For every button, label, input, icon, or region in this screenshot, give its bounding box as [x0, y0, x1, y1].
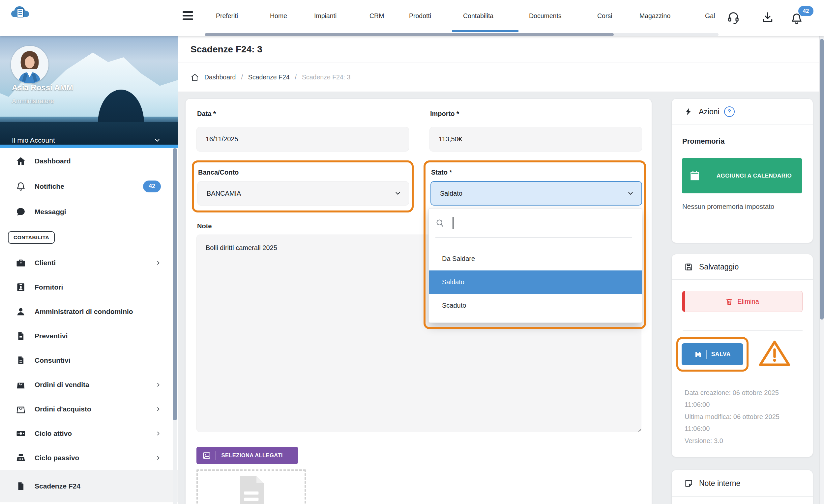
top-bar: Preferiti Home Impianti CRM Prodotti Con…	[0, 0, 824, 36]
salva-button[interactable]: SALVA	[682, 343, 743, 365]
nav-horizontal-scrollbar-thumb[interactable]	[205, 33, 614, 36]
sidebar-item-preventivi[interactable]: Preventivi	[0, 324, 178, 348]
sidebar-item-ordini-vendita[interactable]: Ordini di vendita	[0, 373, 178, 397]
nav-impianti[interactable]: Impianti	[314, 11, 336, 21]
attachment-dropzone[interactable]	[196, 470, 306, 504]
chevron-right-icon	[156, 382, 161, 387]
document-icon	[16, 331, 26, 341]
sidebar-item-ciclo-passivo[interactable]: Ciclo passivo	[0, 446, 178, 470]
floppy-icon	[694, 351, 702, 358]
importo-label: Importo *	[430, 110, 459, 118]
cash-register-icon	[16, 453, 26, 463]
sidebar-item-messaggi[interactable]: Messaggi	[0, 199, 178, 224]
data-input[interactable]: 16/11/2025	[196, 127, 409, 151]
salvataggio-card: Salvataggio Elimina SALVA Data creazione…	[672, 254, 813, 457]
text-caret	[452, 217, 453, 229]
chevron-right-icon	[156, 406, 161, 412]
nav-documents[interactable]: Documents	[529, 11, 561, 21]
stato-select[interactable]: Saldato	[430, 181, 642, 206]
modified-date: Ultima modifica: 06 ottobre 2025 11:06:0…	[685, 411, 800, 435]
sidebar-item-notifiche[interactable]: Notifiche 42	[0, 173, 178, 199]
id-card-icon	[16, 282, 26, 292]
file-icon	[16, 481, 26, 491]
bell-icon	[16, 181, 26, 192]
nav-contabilita[interactable]: Contabilita	[463, 11, 493, 21]
promemoria-title: Promemoria	[682, 137, 724, 146]
aggiungi-a-calendario-button[interactable]: AGGIUNGI A CALENDARIO	[682, 158, 802, 194]
calendar-icon	[689, 170, 700, 181]
briefcase-icon	[16, 258, 26, 268]
created-date: Data creazione: 06 ottobre 2025 11:06:00	[685, 387, 800, 411]
azioni-title: Azioni	[699, 107, 720, 116]
document-placeholder-icon	[236, 475, 267, 504]
home-icon	[16, 156, 26, 166]
section-contabilita: CONTABILITA	[0, 224, 178, 251]
hamburger-menu-icon[interactable]	[183, 11, 193, 20]
sidebar-item-ciclo-attivo[interactable]: Ciclo attivo	[0, 421, 178, 446]
note-interne-title: Note interne	[699, 479, 740, 488]
sidebar-item-clienti[interactable]: Clienti	[0, 251, 178, 275]
active-tab-underline	[452, 30, 518, 32]
sidebar-item-dashboard[interactable]: Dashboard	[0, 148, 178, 173]
version: Versione: 3.0	[685, 435, 800, 447]
data-label: Data *	[197, 110, 216, 118]
chevron-down-icon	[627, 190, 634, 197]
f24-form-card: Data * 16/11/2025 Importo * 113,50€ Banc…	[186, 99, 652, 504]
sidebar-menu: Dashboard Notifiche 42 Messaggi CONTABIL…	[0, 148, 178, 502]
chevron-right-icon	[156, 455, 161, 461]
salvataggio-title: Salvataggio	[699, 263, 739, 271]
sidebar-item-amministratori[interactable]: Amministratori di condominio	[0, 299, 178, 324]
breadcrumb-dashboard[interactable]: Dashboard	[204, 74, 236, 81]
nav-horizontal-scrollbar[interactable]	[205, 33, 719, 36]
stato-option-scaduto[interactable]: Scaduto	[429, 294, 642, 317]
home-icon[interactable]	[191, 73, 199, 82]
banca-label: Banca/Conto	[198, 169, 239, 176]
shopping-bag-filled-icon	[16, 380, 26, 390]
note-label: Note	[197, 222, 212, 230]
stato-dropdown: Da Saldare Saldato Scaduto	[428, 208, 642, 323]
active-section-bar	[0, 145, 178, 148]
stato-option-saldato[interactable]: Saldato	[429, 270, 642, 294]
note-icon	[684, 479, 693, 488]
sidebar-scrollbar-thumb[interactable]	[173, 148, 177, 420]
nav-gal[interactable]: Gal	[705, 11, 715, 21]
chat-icon	[16, 207, 26, 217]
nav-preferiti[interactable]: Preferiti	[216, 11, 238, 21]
dropdown-search-input[interactable]	[435, 209, 632, 238]
elimina-button[interactable]: Elimina	[682, 291, 803, 312]
stato-label: Stato *	[431, 169, 452, 176]
shopping-bag-outline-icon	[16, 404, 26, 414]
chevron-down-icon	[153, 137, 161, 144]
banknote-icon	[16, 428, 26, 438]
nav-prodotti[interactable]: Prodotti	[409, 11, 431, 21]
sidebar: Asia Rossi AMM Amministratore Il mio Acc…	[0, 36, 178, 504]
download-icon[interactable]	[761, 11, 774, 24]
nav-crm[interactable]: CRM	[370, 11, 384, 21]
azioni-card: Azioni ? Promemoria AGGIUNGI A CALENDARI…	[672, 99, 813, 243]
image-icon	[202, 451, 211, 460]
headset-icon[interactable]	[727, 11, 740, 24]
nav-magazzino[interactable]: Magazzino	[639, 11, 671, 21]
lightning-icon	[684, 107, 693, 116]
section-label: CONTABILITA	[8, 231, 55, 244]
importo-input[interactable]: 113,50€	[429, 127, 642, 151]
sidebar-item-consuntivi[interactable]: Consuntivi	[0, 348, 178, 373]
nav-home[interactable]: Home	[270, 11, 287, 21]
window-scrollbar-thumb[interactable]	[820, 39, 824, 320]
profile-section: Asia Rossi AMM Amministratore Il mio Acc…	[0, 36, 178, 148]
nav-corsi[interactable]: Corsi	[597, 11, 612, 21]
sidebar-item-fornitori[interactable]: Fornitori	[0, 275, 178, 299]
notifiche-badge: 42	[143, 180, 161, 193]
sidebar-item-scadenze-f24[interactable]: Scadenze F24	[0, 470, 178, 502]
breadcrumb-scadenze-f24[interactable]: Scadenze F24	[248, 74, 290, 81]
note-interne-card: Note interne	[672, 470, 813, 504]
sidebar-item-ordini-acquisto[interactable]: Ordini d'acquisto	[0, 397, 178, 421]
stato-option-da-saldare[interactable]: Da Saldare	[429, 247, 642, 270]
seleziona-allegati-button[interactable]: SELEZIONA ALLEGATI	[196, 447, 298, 464]
person-icon	[16, 307, 26, 317]
help-icon[interactable]: ?	[724, 106, 735, 117]
record-metadata: Data creazione: 06 ottobre 2025 11:06:00…	[685, 387, 800, 447]
chevron-right-icon	[156, 260, 161, 265]
banca-select[interactable]: BANCAMIA	[197, 181, 409, 206]
app-logo[interactable]	[10, 4, 30, 22]
